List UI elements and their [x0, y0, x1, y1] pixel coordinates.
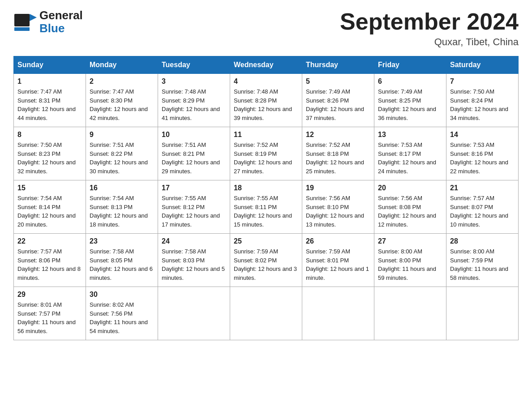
calendar-cell: 24 Sunrise: 7:58 AM Sunset: 8:03 PM Dayl…: [158, 234, 230, 287]
day-number: 25: [234, 237, 298, 245]
calendar-cell: 18 Sunrise: 7:55 AM Sunset: 8:11 PM Dayl…: [230, 180, 302, 234]
calendar-cell: 29 Sunrise: 8:01 AM Sunset: 7:57 PM Dayl…: [14, 287, 86, 340]
calendar-week-1: 1 Sunrise: 7:47 AM Sunset: 8:31 PM Dayli…: [14, 74, 519, 127]
sunset-label: Sunset: 8:26 PM: [306, 97, 349, 104]
sunset-label: Sunset: 8:05 PM: [90, 257, 133, 264]
calendar-cell: 9 Sunrise: 7:51 AM Sunset: 8:22 PM Dayli…: [86, 127, 158, 180]
sunset-label: Sunset: 8:30 PM: [90, 97, 133, 104]
calendar-cell: 13 Sunrise: 7:53 AM Sunset: 8:17 PM Dayl…: [374, 127, 446, 180]
calendar-cell: [158, 287, 230, 340]
sunrise-label: Sunrise: 7:55 AM: [162, 195, 206, 201]
calendar-cell: [446, 287, 519, 340]
day-number: 21: [450, 184, 515, 192]
day-info: Sunrise: 7:48 AM Sunset: 8:29 PM Dayligh…: [162, 87, 226, 122]
sunset-label: Sunset: 8:12 PM: [162, 204, 205, 210]
sunrise-label: Sunrise: 7:54 AM: [90, 195, 134, 201]
calendar-subtitle: Quxar, Tibet, China: [340, 36, 519, 48]
day-number: 13: [378, 131, 442, 139]
daylight-label: Daylight: 12 hours and 25 minutes.: [306, 159, 364, 175]
day-info: Sunrise: 7:54 AM Sunset: 8:14 PM Dayligh…: [17, 194, 82, 229]
header-thursday: Thursday: [302, 56, 374, 74]
daylight-label: Daylight: 12 hours and 24 minutes.: [378, 159, 436, 175]
sunrise-label: Sunrise: 7:51 AM: [90, 141, 134, 148]
calendar-cell: 26 Sunrise: 7:59 AM Sunset: 8:01 PM Dayl…: [302, 234, 374, 287]
day-number: 12: [306, 131, 370, 139]
day-number: 11: [234, 131, 298, 139]
day-info: Sunrise: 8:01 AM Sunset: 7:57 PM Dayligh…: [17, 300, 82, 335]
daylight-label: Daylight: 12 hours and 1 minute.: [306, 265, 369, 281]
day-number: 29: [17, 291, 82, 299]
header-saturday: Saturday: [446, 56, 519, 74]
daylight-label: Daylight: 11 hours and 58 minutes.: [450, 265, 508, 281]
calendar-week-3: 15 Sunrise: 7:54 AM Sunset: 8:14 PM Dayl…: [14, 180, 519, 234]
day-number: 5: [306, 77, 370, 86]
calendar-cell: 23 Sunrise: 7:58 AM Sunset: 8:05 PM Dayl…: [86, 234, 158, 287]
calendar-cell: 11 Sunrise: 7:52 AM Sunset: 8:19 PM Dayl…: [230, 127, 302, 180]
daylight-label: Daylight: 12 hours and 41 minutes.: [162, 106, 220, 121]
daylight-label: Daylight: 11 hours and 54 minutes.: [90, 319, 148, 334]
calendar-cell: 6 Sunrise: 7:49 AM Sunset: 8:25 PM Dayli…: [374, 74, 446, 127]
sunrise-label: Sunrise: 7:56 AM: [306, 195, 350, 201]
calendar-cell: 20 Sunrise: 7:56 AM Sunset: 8:08 PM Dayl…: [374, 180, 446, 234]
day-number: 19: [306, 184, 370, 192]
sunrise-label: Sunrise: 7:50 AM: [17, 141, 62, 148]
calendar-cell: 15 Sunrise: 7:54 AM Sunset: 8:14 PM Dayl…: [14, 180, 86, 234]
calendar-cell: 1 Sunrise: 7:47 AM Sunset: 8:31 PM Dayli…: [14, 74, 86, 127]
day-info: Sunrise: 7:51 AM Sunset: 8:22 PM Dayligh…: [90, 141, 154, 176]
sunrise-label: Sunrise: 8:02 AM: [90, 301, 134, 308]
daylight-label: Daylight: 12 hours and 20 minutes.: [17, 212, 76, 228]
day-info: Sunrise: 7:48 AM Sunset: 8:28 PM Dayligh…: [234, 87, 298, 122]
calendar-cell: 30 Sunrise: 8:02 AM Sunset: 7:56 PM Dayl…: [86, 287, 158, 340]
sunrise-label: Sunrise: 8:00 AM: [378, 248, 422, 255]
daylight-label: Daylight: 11 hours and 59 minutes.: [378, 265, 436, 281]
daylight-label: Daylight: 12 hours and 37 minutes.: [306, 106, 364, 121]
sunset-label: Sunset: 8:31 PM: [17, 97, 60, 104]
sunset-label: Sunset: 8:25 PM: [378, 97, 421, 104]
header-tuesday: Tuesday: [158, 56, 230, 74]
day-info: Sunrise: 8:00 AM Sunset: 7:59 PM Dayligh…: [450, 247, 515, 282]
day-info: Sunrise: 7:51 AM Sunset: 8:21 PM Dayligh…: [162, 141, 226, 176]
sunrise-label: Sunrise: 7:50 AM: [450, 88, 494, 95]
sunset-label: Sunset: 8:29 PM: [162, 97, 205, 104]
sunrise-label: Sunrise: 7:48 AM: [162, 88, 206, 95]
day-info: Sunrise: 7:47 AM Sunset: 8:31 PM Dayligh…: [17, 87, 82, 122]
day-number: 7: [450, 77, 515, 86]
daylight-label: Daylight: 12 hours and 42 minutes.: [90, 106, 148, 121]
sunrise-label: Sunrise: 7:53 AM: [450, 141, 494, 148]
sunrise-label: Sunrise: 7:51 AM: [162, 141, 206, 148]
sunrise-label: Sunrise: 7:49 AM: [306, 88, 350, 95]
header-wednesday: Wednesday: [230, 56, 302, 74]
daylight-label: Daylight: 12 hours and 44 minutes.: [17, 106, 76, 121]
daylight-label: Daylight: 12 hours and 36 minutes.: [378, 106, 436, 121]
day-info: Sunrise: 7:49 AM Sunset: 8:25 PM Dayligh…: [378, 87, 442, 122]
days-header-row: Sunday Monday Tuesday Wednesday Thursday…: [14, 56, 519, 74]
calendar-cell: 16 Sunrise: 7:54 AM Sunset: 8:13 PM Dayl…: [86, 180, 158, 234]
day-number: 22: [17, 237, 82, 245]
day-number: 4: [234, 77, 298, 86]
day-info: Sunrise: 7:52 AM Sunset: 8:19 PM Dayligh…: [234, 141, 298, 176]
day-number: 30: [90, 291, 154, 299]
svg-rect-0: [14, 14, 30, 26]
day-info: Sunrise: 8:00 AM Sunset: 8:00 PM Dayligh…: [378, 247, 442, 282]
day-info: Sunrise: 7:53 AM Sunset: 8:17 PM Dayligh…: [378, 141, 442, 176]
day-info: Sunrise: 8:02 AM Sunset: 7:56 PM Dayligh…: [90, 300, 154, 335]
header-friday: Friday: [374, 56, 446, 74]
sunrise-label: Sunrise: 7:59 AM: [234, 248, 278, 255]
day-info: Sunrise: 7:47 AM Sunset: 8:30 PM Dayligh…: [90, 87, 154, 122]
svg-rect-2: [14, 27, 30, 31]
header-sunday: Sunday: [14, 56, 86, 74]
sunset-label: Sunset: 8:08 PM: [378, 204, 421, 210]
sunrise-label: Sunrise: 7:47 AM: [17, 88, 62, 95]
day-info: Sunrise: 7:54 AM Sunset: 8:13 PM Dayligh…: [90, 194, 154, 229]
daylight-label: Daylight: 12 hours and 29 minutes.: [162, 159, 220, 175]
calendar-cell: 25 Sunrise: 7:59 AM Sunset: 8:02 PM Dayl…: [230, 234, 302, 287]
page-header: General Blue September 2024 Quxar, Tibet…: [13, 9, 519, 48]
day-info: Sunrise: 7:56 AM Sunset: 8:08 PM Dayligh…: [378, 194, 442, 229]
day-info: Sunrise: 7:58 AM Sunset: 8:03 PM Dayligh…: [162, 247, 226, 282]
sunset-label: Sunset: 8:16 PM: [450, 150, 493, 157]
sunset-label: Sunset: 8:13 PM: [90, 204, 133, 210]
sunset-label: Sunset: 8:23 PM: [17, 150, 60, 157]
daylight-label: Daylight: 11 hours and 56 minutes.: [17, 319, 76, 334]
day-info: Sunrise: 7:58 AM Sunset: 8:05 PM Dayligh…: [90, 247, 154, 282]
logo-icon: [13, 10, 37, 34]
